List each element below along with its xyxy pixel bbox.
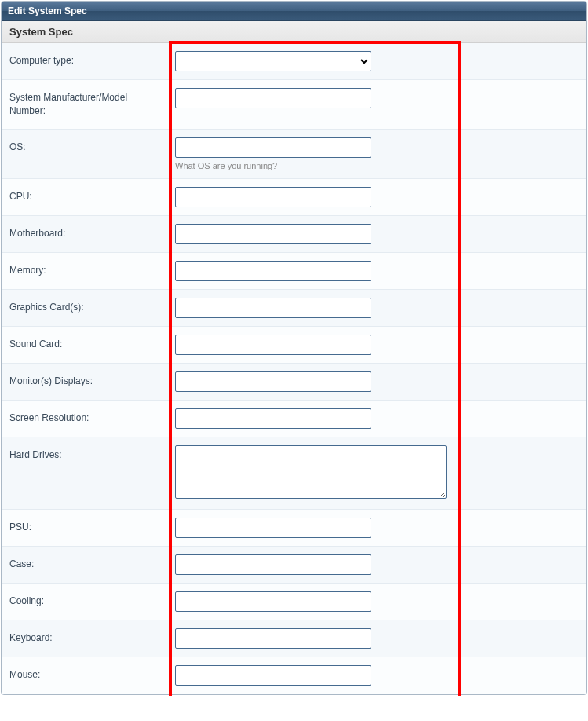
resolution-input[interactable]: [175, 408, 371, 429]
label-psu: PSU:: [2, 510, 170, 545]
label-resolution: Screen Resolution:: [2, 401, 170, 436]
row-drives: Hard Drives:: [2, 437, 586, 510]
row-cpu: CPU:: [2, 179, 586, 216]
cooling-input[interactable]: [175, 591, 371, 612]
cpu-input[interactable]: [175, 187, 371, 207]
row-resolution: Screen Resolution:: [2, 401, 586, 437]
row-keyboard: Keyboard:: [2, 620, 586, 657]
drives-textarea[interactable]: [175, 445, 447, 499]
row-gpu: Graphics Card(s):: [2, 290, 586, 327]
label-memory: Memory:: [2, 253, 170, 288]
os-input[interactable]: [175, 137, 371, 158]
motherboard-input[interactable]: [175, 224, 371, 244]
edit-system-spec-panel: Edit System Spec System Spec Computer ty…: [1, 1, 587, 695]
label-sound: Sound Card:: [2, 327, 170, 362]
row-cooling: Cooling:: [2, 584, 586, 620]
label-keyboard: Keyboard:: [2, 620, 170, 656]
label-mouse: Mouse:: [2, 657, 170, 693]
system-spec-form: Computer type: System Manufacturer/Model…: [2, 43, 586, 694]
gpu-input[interactable]: [175, 298, 371, 318]
row-manufacturer: System Manufacturer/Model Number:: [2, 80, 586, 130]
row-mouse: Mouse:: [2, 657, 586, 694]
label-drives: Hard Drives:: [2, 437, 170, 473]
label-cooling: Cooling:: [2, 584, 170, 619]
label-cpu: CPU:: [2, 179, 170, 214]
os-hint: What OS are you running?: [175, 161, 579, 170]
label-case: Case:: [2, 547, 170, 582]
row-computer-type: Computer type:: [2, 43, 586, 80]
panel-subtitle: System Spec: [2, 21, 586, 43]
keyboard-input[interactable]: [175, 628, 371, 649]
row-psu: PSU:: [2, 510, 586, 547]
monitors-input[interactable]: [175, 371, 371, 392]
computer-type-select[interactable]: [175, 51, 371, 71]
manufacturer-input[interactable]: [175, 88, 371, 108]
panel-title: Edit System Spec: [2, 2, 586, 21]
case-input[interactable]: [175, 554, 371, 575]
label-monitors: Monitor(s) Displays:: [2, 364, 170, 399]
row-memory: Memory:: [2, 253, 586, 290]
row-os: OS: What OS are you running?: [2, 130, 586, 179]
label-gpu: Graphics Card(s):: [2, 290, 170, 325]
label-manufacturer: System Manufacturer/Model Number:: [2, 80, 170, 129]
row-case: Case:: [2, 547, 586, 584]
row-monitors: Monitor(s) Displays:: [2, 364, 586, 401]
sound-input[interactable]: [175, 335, 371, 355]
psu-input[interactable]: [175, 518, 371, 538]
mouse-input[interactable]: [175, 665, 371, 686]
row-motherboard: Motherboard:: [2, 216, 586, 253]
memory-input[interactable]: [175, 261, 371, 281]
row-sound: Sound Card:: [2, 327, 586, 364]
label-os: OS:: [2, 130, 170, 165]
label-motherboard: Motherboard:: [2, 216, 170, 251]
label-computer-type: Computer type:: [2, 43, 170, 79]
